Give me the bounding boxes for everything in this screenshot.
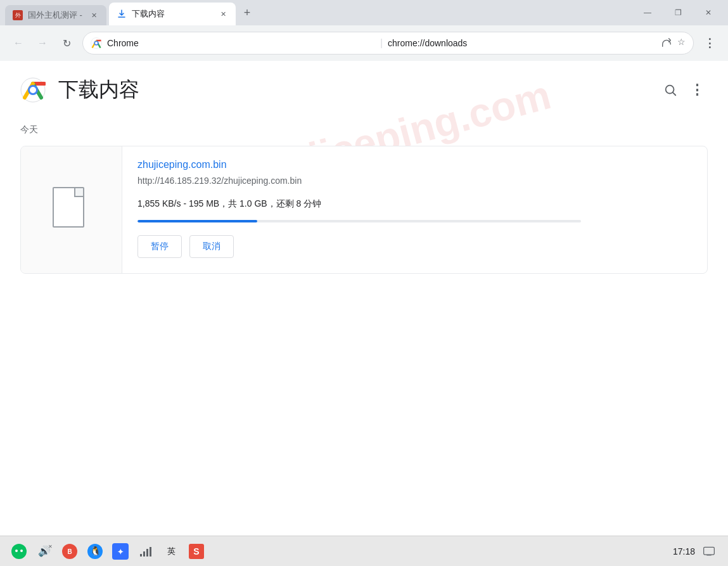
progress-bar-container [137, 220, 581, 222]
refresh-button[interactable]: ↻ [56, 32, 77, 54]
download-details: zhujiceping.com.bin http://146.185.219.3… [122, 146, 707, 273]
download-filename[interactable]: zhujiceping.com.bin [137, 159, 692, 170]
share-icon[interactable] [661, 37, 672, 50]
tab-inactive-close[interactable]: ✕ [89, 10, 99, 20]
downloads-section: 今天 zhujiceping.com.bin http://146.185.21… [0, 114, 728, 289]
file-icon-corner [74, 188, 83, 197]
tab-active-label: 下载内容 [132, 8, 213, 20]
section-today-label: 今天 [20, 124, 708, 136]
chrome-icon [91, 37, 102, 49]
svg-point-10 [20, 550, 23, 552]
tab-inactive-label: 国外主机测评 - [28, 10, 84, 21]
download-actions: 暂停 取消 [137, 235, 692, 258]
svg-rect-23 [704, 547, 715, 555]
minimize-button[interactable]: — [633, 3, 662, 23]
language-icon[interactable]: 英 [162, 543, 180, 560]
feishu-icon[interactable]: ✦ [112, 543, 129, 560]
svg-point-3 [95, 42, 98, 44]
forward-button[interactable]: → [32, 32, 53, 54]
page-content: zhujiceping.com 下载内容 ⋮ 今天 [0, 61, 728, 536]
tencent-icon[interactable]: 🐧 [86, 543, 104, 560]
chrome-logo [20, 77, 46, 103]
page-title: 下载内容 [58, 76, 139, 104]
download-url: http://146.185.219.32/zhujiceping.com.bi… [137, 176, 692, 186]
wechat-icon[interactable] [10, 543, 28, 560]
address-bar[interactable]: Chrome | chrome://downloads ☆ [82, 32, 694, 55]
header-actions: ⋮ [660, 79, 708, 101]
progress-bar-fill [137, 220, 257, 222]
taskbar-right: 17:18 [673, 543, 718, 560]
page-more-options-button[interactable]: ⋮ [686, 79, 708, 101]
ime-icon[interactable]: S [188, 543, 205, 560]
svg-point-8 [11, 544, 27, 559]
window-controls: — ❐ ✕ [633, 3, 728, 25]
taskbar-left: 🔊 ✕ B 🐧 ✦ [10, 543, 205, 560]
svg-rect-18 [143, 551, 145, 556]
title-bar: 外 国外主机测评 - ✕ 下载内容 ✕ + — ❐ ✕ [0, 0, 728, 25]
svg-text:✦: ✦ [117, 548, 124, 556]
address-separator: | [380, 37, 383, 49]
tab-inactive-favicon: 外 [13, 10, 23, 20]
svg-text:S: S [193, 546, 199, 556]
tab-active[interactable]: 下载内容 ✕ [109, 3, 236, 25]
bilibili-icon[interactable]: B [61, 543, 79, 560]
svg-text:🐧: 🐧 [90, 546, 101, 556]
notification-icon[interactable] [700, 543, 718, 560]
page-header: 下载内容 ⋮ [0, 61, 728, 114]
pause-button[interactable]: 暂停 [137, 235, 182, 258]
svg-text:B: B [67, 548, 72, 555]
network-icon-area[interactable] [137, 543, 155, 560]
bookmark-icon[interactable]: ☆ [677, 37, 686, 50]
download-status: 1,855 KB/s - 195 MB，共 1.0 GB，还剩 8 分钟 [137, 198, 692, 210]
cancel-button[interactable]: 取消 [189, 235, 234, 258]
close-button[interactable]: ✕ [694, 3, 723, 23]
restore-button[interactable]: ❐ [663, 3, 693, 23]
svg-point-9 [15, 550, 18, 552]
file-icon-body [53, 187, 84, 228]
file-icon [53, 187, 91, 233]
toolbar: ← → ↻ Chrome | chrome://downloads ☆ ⋮ [0, 25, 728, 61]
tab-active-close[interactable]: ✕ [218, 9, 228, 19]
add-tab-button[interactable]: + [238, 4, 256, 22]
download-item: zhujiceping.com.bin http://146.185.219.3… [20, 146, 708, 274]
tab-active-favicon [117, 9, 127, 19]
svg-point-6 [30, 87, 36, 93]
taskbar-time: 17:18 [673, 546, 695, 556]
back-button[interactable]: ← [8, 32, 29, 54]
download-icon-area [21, 146, 122, 273]
address-url: chrome://downloads [388, 38, 656, 48]
more-options-button[interactable]: ⋮ [699, 32, 720, 54]
tab-inactive[interactable]: 外 国外主机测评 - ✕ [5, 5, 106, 25]
address-chrome-label: Chrome [107, 38, 375, 48]
volume-icon[interactable]: 🔊 ✕ [35, 543, 53, 560]
svg-rect-17 [140, 554, 142, 556]
taskbar: 🔊 ✕ B 🐧 ✦ [0, 536, 728, 566]
svg-rect-20 [150, 547, 151, 556]
svg-rect-19 [146, 549, 148, 556]
search-button[interactable] [660, 79, 681, 101]
